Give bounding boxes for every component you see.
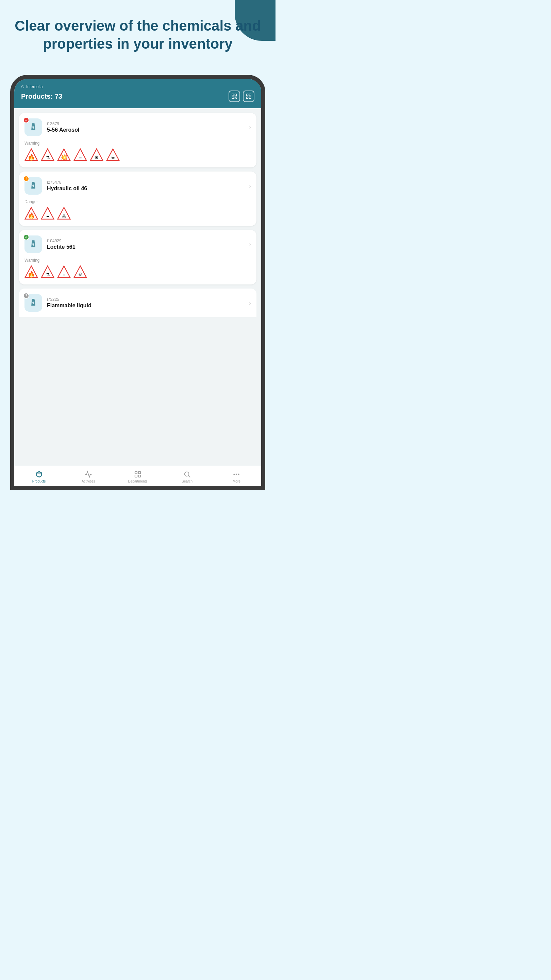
product-info-3: i104929 Loctite 561 bbox=[47, 239, 244, 250]
location-icon: ⊙ bbox=[21, 84, 24, 89]
product-name-2: Hydraulic oil 46 bbox=[47, 185, 244, 192]
hazard-icons-2: 🔥 ━ ☠ bbox=[24, 207, 251, 221]
svg-text:💥: 💥 bbox=[60, 153, 68, 161]
warning-label-3: Warning bbox=[24, 258, 251, 263]
status-badge-4: ? bbox=[23, 293, 29, 299]
svg-text:⚗: ⚗ bbox=[46, 272, 50, 277]
nav-products[interactable]: Products bbox=[14, 469, 64, 485]
product-id-2: i275478 bbox=[47, 180, 244, 185]
hazard-minus-3: ━ bbox=[57, 266, 71, 279]
hazard-flame-3: 🔥 bbox=[24, 266, 38, 279]
scan-button[interactable] bbox=[229, 91, 240, 102]
chevron-3: › bbox=[249, 241, 251, 248]
nav-products-label: Products bbox=[32, 479, 46, 483]
product-card-2[interactable]: ! i275478 Hydraulic oil 46 › Danger 🔥 bbox=[19, 172, 256, 226]
status-badge-2: ! bbox=[23, 176, 29, 182]
product-id-1: i13579 bbox=[47, 121, 244, 126]
hazard-flame-1: 🔥 bbox=[24, 148, 38, 162]
svg-rect-33 bbox=[135, 472, 137, 474]
svg-rect-36 bbox=[138, 475, 140, 477]
phone-frame: ⊙ Intersolia Products: 73 bbox=[10, 75, 265, 490]
hazard-icons-1: 🔥 ⚗ 💥 ━ bbox=[24, 148, 251, 162]
svg-text:━: ━ bbox=[63, 273, 65, 277]
product-card-1[interactable]: − i13579 5-56 Aerosol › Warning 🔥 bbox=[19, 113, 256, 167]
chevron-1: › bbox=[249, 124, 251, 131]
hazard-flame-2: 🔥 bbox=[24, 207, 38, 221]
product-id-3: i104929 bbox=[47, 239, 244, 243]
hazard-health-3: ☠ bbox=[73, 266, 87, 279]
header-location: ⊙ Intersolia bbox=[21, 84, 254, 89]
product-name-1: 5-56 Aerosol bbox=[47, 127, 244, 133]
product-name-3: Loctite 561 bbox=[47, 244, 244, 250]
hazard-health-2: ☠ bbox=[57, 207, 71, 221]
nav-more[interactable]: More bbox=[212, 469, 261, 485]
product-info-4: i73225 Flammable liquid bbox=[47, 297, 244, 309]
chevron-4: › bbox=[249, 299, 251, 307]
svg-rect-35 bbox=[135, 475, 137, 477]
svg-text:🔥: 🔥 bbox=[27, 153, 35, 161]
hazard-icons-3: 🔥 ⚗ ━ ☠ bbox=[24, 266, 251, 279]
filter-button[interactable] bbox=[243, 91, 254, 102]
location-label: Intersolia bbox=[26, 84, 43, 89]
product-icon-wrap-4: ? bbox=[24, 294, 42, 312]
nav-more-label: More bbox=[233, 479, 240, 483]
departments-icon bbox=[134, 470, 142, 479]
svg-text:🔥: 🔥 bbox=[27, 270, 35, 278]
svg-text:✳: ✳ bbox=[95, 155, 98, 160]
svg-text:☠: ☠ bbox=[111, 155, 115, 160]
hazard-explode-1: ✳ bbox=[90, 148, 103, 162]
svg-point-39 bbox=[234, 474, 235, 475]
product-info-1: i13579 5-56 Aerosol bbox=[47, 121, 244, 133]
status-badge-3: ✓ bbox=[23, 234, 29, 240]
nav-departments-label: Departments bbox=[128, 479, 147, 483]
product-icon-wrap-1: − bbox=[24, 118, 42, 136]
svg-rect-6 bbox=[249, 97, 251, 99]
hazard-minus-2: ━ bbox=[41, 207, 54, 221]
svg-rect-4 bbox=[249, 94, 251, 95]
hero-section: Clear overview of the chemicals and prop… bbox=[0, 17, 275, 53]
product-card-4[interactable]: ? i73225 Flammable liquid › bbox=[19, 288, 256, 317]
svg-rect-3 bbox=[246, 94, 248, 95]
svg-text:☠: ☠ bbox=[78, 272, 83, 277]
svg-rect-0 bbox=[232, 94, 233, 95]
nav-departments[interactable]: Departments bbox=[113, 469, 162, 485]
status-badge-1: − bbox=[23, 117, 29, 123]
app-header: ⊙ Intersolia Products: 73 bbox=[14, 79, 261, 108]
svg-text:🔥: 🔥 bbox=[27, 212, 35, 220]
hero-title: Clear overview of the chemicals and prop… bbox=[14, 17, 262, 53]
svg-point-37 bbox=[185, 472, 189, 476]
phone-screen: ⊙ Intersolia Products: 73 bbox=[14, 79, 261, 486]
nav-activities-label: Activities bbox=[82, 479, 95, 483]
svg-text:⚗: ⚗ bbox=[46, 155, 50, 160]
hazard-corrosion-1: ⚗ bbox=[41, 148, 54, 162]
chevron-2: › bbox=[249, 182, 251, 189]
nav-activities[interactable]: Activities bbox=[64, 469, 113, 485]
svg-text:☠: ☠ bbox=[62, 213, 66, 219]
more-icon bbox=[232, 470, 240, 479]
product-icon-wrap-3: ✓ bbox=[24, 235, 42, 253]
bottom-nav: Products Activities bbox=[14, 466, 261, 486]
svg-line-38 bbox=[189, 476, 190, 477]
product-icon-wrap-2: ! bbox=[24, 177, 42, 195]
hazard-pressure-1: ━ bbox=[73, 148, 87, 162]
svg-rect-1 bbox=[235, 94, 237, 95]
hazard-corrosion-3: ⚗ bbox=[41, 266, 54, 279]
product-card-3[interactable]: ✓ i104929 Loctite 561 › Warning 🔥 bbox=[19, 230, 256, 285]
activities-icon bbox=[84, 470, 92, 479]
warning-label-1: Warning bbox=[24, 141, 251, 146]
svg-text:━: ━ bbox=[46, 215, 49, 218]
svg-rect-34 bbox=[138, 472, 140, 474]
svg-rect-5 bbox=[246, 97, 248, 99]
product-info-2: i275478 Hydraulic oil 46 bbox=[47, 180, 244, 192]
product-name-4: Flammable liquid bbox=[47, 302, 244, 309]
nav-search[interactable]: Search bbox=[163, 469, 212, 485]
warning-label-2: Danger bbox=[24, 199, 251, 204]
nav-search-label: Search bbox=[182, 479, 192, 483]
product-id-4: i73225 bbox=[47, 297, 244, 302]
hazard-health-1: ☠ bbox=[106, 148, 120, 162]
header-title: Products: 73 bbox=[21, 92, 62, 100]
svg-rect-2 bbox=[232, 97, 233, 99]
hazard-exclamation-1: 💥 bbox=[57, 148, 71, 162]
svg-point-40 bbox=[236, 474, 237, 475]
products-icon bbox=[35, 470, 43, 479]
